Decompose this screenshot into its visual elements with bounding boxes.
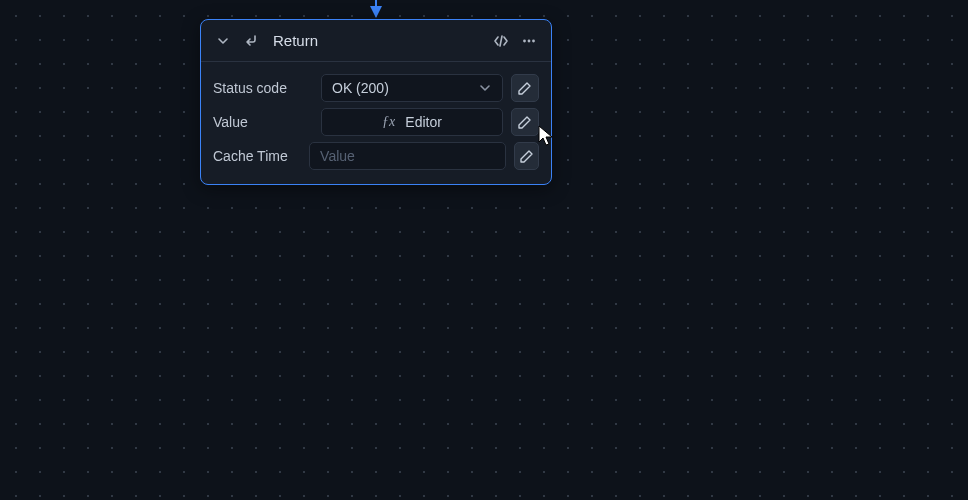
node-title: Return [273, 32, 318, 49]
cache-time-row: Cache Time [213, 142, 539, 170]
status-code-label: Status code [213, 80, 313, 96]
fx-icon: ƒx [382, 114, 395, 130]
svg-point-0 [523, 39, 526, 42]
value-row: Value ƒx Editor [213, 108, 539, 136]
return-node[interactable]: Return Status code OK (200) [200, 19, 552, 185]
more-menu-button[interactable] [517, 29, 541, 53]
code-icon [493, 33, 509, 49]
value-editor-label: Editor [405, 114, 442, 130]
collapse-toggle[interactable] [211, 29, 235, 53]
pencil-icon [518, 115, 532, 129]
value-label: Value [213, 114, 313, 130]
return-arrow-icon [243, 33, 259, 49]
code-view-button[interactable] [489, 29, 513, 53]
value-editor-button[interactable]: ƒx Editor [321, 108, 503, 136]
return-icon-button[interactable] [239, 29, 263, 53]
chevron-down-icon [478, 81, 492, 95]
pencil-icon [518, 81, 532, 95]
cache-time-label: Cache Time [213, 148, 301, 164]
incoming-arrowhead [370, 6, 382, 18]
cache-time-input[interactable] [309, 142, 506, 170]
value-edit-button[interactable] [511, 108, 539, 136]
node-body: Status code OK (200) Value ƒx Editor [201, 62, 551, 184]
caret-down-icon [217, 35, 229, 47]
pencil-icon [520, 149, 534, 163]
cache-time-edit-button[interactable] [514, 142, 539, 170]
status-code-value: OK (200) [332, 80, 389, 96]
svg-point-1 [528, 39, 531, 42]
status-code-select[interactable]: OK (200) [321, 74, 503, 102]
status-code-row: Status code OK (200) [213, 74, 539, 102]
status-code-edit-button[interactable] [511, 74, 539, 102]
more-horizontal-icon [521, 33, 537, 49]
node-header: Return [201, 20, 551, 62]
svg-point-2 [532, 39, 535, 42]
